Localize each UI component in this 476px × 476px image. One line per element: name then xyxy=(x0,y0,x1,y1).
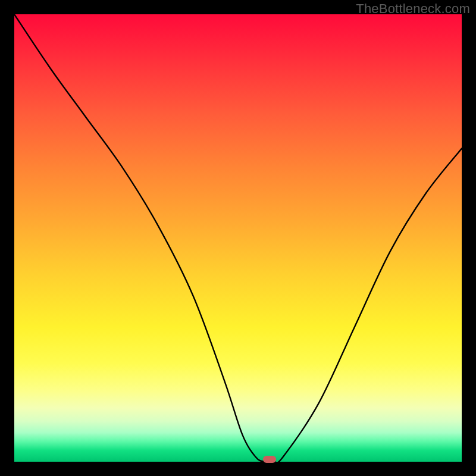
bottleneck-curve xyxy=(14,14,462,462)
watermark-text: TheBottleneck.com xyxy=(356,1,470,17)
chart-frame: TheBottleneck.com xyxy=(0,0,476,476)
optimal-point-marker xyxy=(263,456,276,463)
curve-path xyxy=(14,14,462,462)
